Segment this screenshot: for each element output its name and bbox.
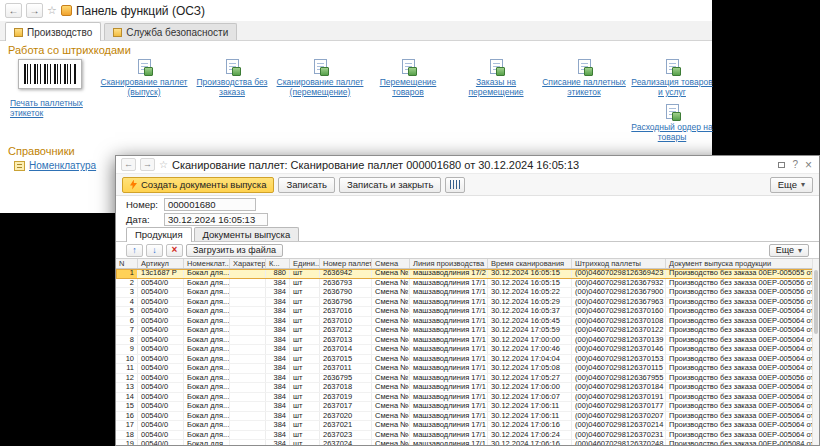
table-cell: шт bbox=[290, 421, 320, 430]
create-release-docs-button[interactable]: Создать документы выпуска bbox=[122, 177, 274, 193]
table-row[interactable]: 700540/0Бокал для...384шт2637012Смена №4… bbox=[116, 326, 819, 336]
back-icon[interactable]: ← bbox=[121, 158, 136, 171]
link-label: Перемещение товаров bbox=[364, 77, 452, 97]
forward-icon[interactable]: → bbox=[140, 158, 155, 171]
forward-icon[interactable]: → bbox=[26, 3, 43, 18]
table-row[interactable]: 1600540/0Бокал для...384шт2637020Смена №… bbox=[116, 412, 819, 422]
restore-window-icon[interactable] bbox=[778, 162, 785, 168]
column-header[interactable]: Номенклат... bbox=[184, 259, 230, 268]
tab-security-service[interactable]: Служба безопасности bbox=[104, 23, 237, 40]
table-cell: машзаводлиния 17/1 bbox=[410, 288, 488, 297]
column-header[interactable]: К... bbox=[266, 259, 290, 268]
link-goods-transfer[interactable]: Перемещение товаров bbox=[364, 59, 452, 97]
table-row[interactable]: 500540/0Бокал для...384шт2637016Смена №4… bbox=[116, 307, 819, 317]
column-header[interactable]: N bbox=[116, 259, 138, 268]
barcode-section: Печать паллетных этикеток Сканирование п… bbox=[0, 57, 712, 142]
back-icon[interactable]: ← bbox=[5, 3, 22, 18]
table-cell: Смена №4 bbox=[372, 383, 410, 392]
table-cell: 00540/0 bbox=[138, 288, 184, 297]
table-cell bbox=[230, 421, 266, 430]
table-row[interactable]: 400540/0Бокал для...384шт2636796Смена №1… bbox=[116, 298, 819, 308]
table-row[interactable]: 1200540/0Бокал для...384шт2636795Смена №… bbox=[116, 374, 819, 384]
table-cell: 30.12.2024 16:05:15 bbox=[488, 269, 572, 278]
table-cell: (00)046070298126367900 bbox=[572, 288, 666, 297]
tab-production[interactable]: Производство bbox=[5, 22, 101, 41]
move-row-down-button[interactable]: ↓ bbox=[146, 244, 163, 257]
table-cell: 1 bbox=[116, 269, 138, 278]
move-row-up-button[interactable]: ↑ bbox=[126, 244, 143, 257]
table-row[interactable]: 113с1687 РБокал для...880шт2636942Смена … bbox=[116, 269, 819, 279]
column-header[interactable]: Едини... bbox=[290, 259, 320, 268]
table-cell bbox=[230, 393, 266, 402]
column-header[interactable]: Штрихкод паллеты bbox=[572, 259, 666, 268]
table-cell: 384 bbox=[266, 317, 290, 326]
close-icon[interactable]: × bbox=[805, 159, 812, 171]
table-cell: 30.12.2024 17:06:11 bbox=[488, 412, 572, 421]
column-header[interactable]: Время сканирования bbox=[488, 259, 572, 268]
table-row[interactable]: 1400540/0Бокал для...384шт2637019Смена №… bbox=[116, 393, 819, 403]
link-label: Номенклатура bbox=[29, 160, 96, 171]
favorite-star-icon[interactable]: ☆ bbox=[47, 5, 57, 16]
table-cell: 00540/0 bbox=[138, 326, 184, 335]
button-label: Еще bbox=[776, 245, 794, 255]
number-input[interactable] bbox=[164, 198, 256, 211]
table-cell bbox=[230, 317, 266, 326]
more-button[interactable]: Еще ▾ bbox=[770, 177, 813, 193]
table-cell: шт bbox=[290, 317, 320, 326]
table-row[interactable]: 1700540/0Бокал для...384шт2637021Смена №… bbox=[116, 421, 819, 431]
table-cell: 00540/0 bbox=[138, 393, 184, 402]
table-row[interactable]: 600540/0Бокал для...384шт2637010Смена №4… bbox=[116, 317, 819, 327]
table-cell: 30.12.2024 17:05:27 bbox=[488, 374, 572, 383]
link-goods-expense-order[interactable]: Расходный ордер на товары bbox=[628, 104, 716, 142]
help-icon[interactable]: ? bbox=[792, 160, 798, 170]
table-row[interactable]: 1100540/0Бокал для...384шт2637011Смена №… bbox=[116, 364, 819, 374]
table-row[interactable]: 1500540/0Бокал для...384шт2637017Смена №… bbox=[116, 402, 819, 412]
document-icon bbox=[666, 59, 679, 74]
table-row[interactable]: 1000540/0Бокал для...384шт2637015Смена №… bbox=[116, 355, 819, 365]
table-row[interactable]: 200540/0Бокал для...384шт2636793Смена №1… bbox=[116, 279, 819, 289]
column-header[interactable]: Документ выпуска продукции bbox=[666, 259, 819, 268]
link-scan-pallets-move[interactable]: Сканирование паллет (перемещение) bbox=[276, 59, 364, 97]
vertical-scrollbar[interactable] bbox=[812, 259, 819, 445]
link-writeoff-pallet-labels[interactable]: Списание паллетных этикеток bbox=[540, 59, 628, 97]
load-from-file-button[interactable]: Загрузить из файла bbox=[186, 244, 283, 257]
column-header[interactable]: Номер паллеты bbox=[320, 259, 372, 268]
number-label: Номер: bbox=[126, 199, 164, 210]
table-row[interactable]: 800540/0Бокал для...384шт2637013Смена №4… bbox=[116, 336, 819, 346]
column-header[interactable]: Характер... bbox=[230, 259, 266, 268]
delete-row-button[interactable]: × bbox=[166, 244, 183, 257]
table-row[interactable]: 1300540/0Бокал для...384шт2637018Смена №… bbox=[116, 383, 819, 393]
link-print-pallet-labels[interactable]: Печать паллетных этикеток bbox=[10, 98, 100, 118]
save-button[interactable]: Записать bbox=[278, 177, 335, 193]
column-header[interactable]: Артикул bbox=[138, 259, 184, 268]
tab-release-documents[interactable]: Документы выпуска bbox=[194, 227, 300, 241]
column-header[interactable]: Линия производства bbox=[410, 259, 488, 268]
table-cell: 3 bbox=[116, 288, 138, 297]
link-scan-pallets-release[interactable]: Сканирование паллет (выпуск) bbox=[100, 59, 188, 97]
link-transfer-orders[interactable]: Заказы на перемещение bbox=[452, 59, 540, 97]
table-cell: 30.12.2024 17:04:04 bbox=[488, 355, 572, 364]
column-header[interactable]: Смена bbox=[372, 259, 410, 268]
link-sales-goods-services[interactable]: Реализация товаров и услуг bbox=[628, 59, 716, 97]
table-cell: машзаводлиния 17/1 bbox=[410, 393, 488, 402]
table-row[interactable]: 1800540/0Бокал для...384шт2637023Смена №… bbox=[116, 431, 819, 441]
tab-products[interactable]: Продукция bbox=[126, 227, 192, 242]
table-cell: машзаводлиния 17/1 bbox=[410, 374, 488, 383]
barcode-scanner-button[interactable] bbox=[445, 177, 465, 193]
table-cell: 384 bbox=[266, 412, 290, 421]
table-cell: шт bbox=[290, 431, 320, 440]
date-input[interactable] bbox=[164, 213, 268, 226]
save-and-close-button[interactable]: Записать и закрыть bbox=[339, 177, 441, 193]
scrollbar-thumb[interactable] bbox=[814, 270, 818, 334]
table-cell: 00540/0 bbox=[138, 402, 184, 411]
main-tabbar: Производство Служба безопасности bbox=[0, 21, 712, 41]
table-row[interactable]: 900540/0Бокал для...384шт2637014Смена №4… bbox=[116, 345, 819, 355]
table-row[interactable]: 1900540/0Бокал для...384шт2637024Смена №… bbox=[116, 440, 819, 445]
table-cell: 30.12.2024 16:05:15 bbox=[488, 279, 572, 288]
table-row[interactable]: 300540/0Бокал для...384шт2636790Смена №1… bbox=[116, 288, 819, 298]
table-more-button[interactable]: Еще ▾ bbox=[769, 244, 809, 257]
link-production-no-order[interactable]: Производства без заказа bbox=[188, 59, 276, 97]
table-cell: Производство без заказа 00ЕР-005056 от 3… bbox=[666, 288, 819, 297]
table-cell bbox=[230, 431, 266, 440]
favorite-star-icon[interactable]: ☆ bbox=[159, 160, 168, 170]
